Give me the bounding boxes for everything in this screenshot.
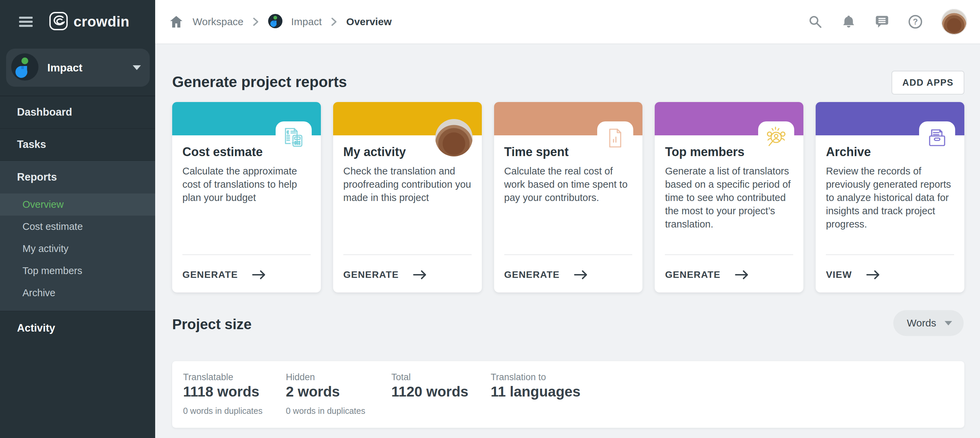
card-cost-estimate: Cost estimate Calculate the approximate … [172,102,321,292]
card-title: My activity [343,145,406,159]
sidebar-item-activity[interactable]: Activity [0,311,155,345]
chevron-down-icon [945,321,952,325]
topbar-actions: ? [808,0,967,43]
breadcrumb-current-page: Overview [347,16,392,27]
card-my-activity: My activity Check the translation and pr… [333,102,482,292]
card-top-members: Top members Generate a list of translato… [655,102,803,292]
chevron-right-icon [253,16,259,27]
card-divider [182,254,311,255]
arrow-right-icon [573,270,589,280]
members-magnifier-icon [764,126,788,150]
sidebar-subitem-cost-estimate[interactable]: Cost estimate [0,216,155,238]
project-size-heading: Project size [172,316,251,333]
breadcrumb-workspace[interactable]: Workspace [192,16,243,27]
project-logo-icon [11,53,38,82]
search-icon[interactable] [808,14,823,29]
page-title: Generate project reports [172,73,347,90]
brand-wordmark[interactable]: crowdin [73,14,130,30]
arrow-right-icon [734,270,750,280]
breadcrumb-project-logo [268,14,282,30]
invoice-calculator-icon [282,126,306,150]
user-avatar[interactable] [941,9,967,35]
card-description: Generate a list of translators based on … [665,165,794,231]
svg-text:?: ? [913,17,918,26]
card-description: Calculate the approximate cost of transl… [182,165,311,205]
hamburger-menu-icon[interactable] [19,17,33,27]
project-size-panel: Translatable 1118 words 0 words in dupli… [172,361,964,428]
card-description: Review the records of previously generat… [826,165,955,231]
sidebar-item-tasks[interactable]: Tasks [0,129,155,161]
breadcrumb-project[interactable]: Impact [291,16,322,27]
sidebar-subitem-top-members[interactable]: Top members [0,260,155,282]
user-photo-avatar [435,119,473,156]
topbar: Workspace Impact Overview [155,0,980,44]
generate-cost-estimate-link[interactable]: GENERATE [182,267,267,282]
project-selector[interactable]: Impact [6,49,150,87]
card-description: Calculate the real cost of work based on… [504,165,633,205]
card-divider [343,254,472,255]
sidebar-subitem-my-activity[interactable]: My activity [0,238,155,260]
card-title: Archive [826,145,871,159]
card-divider [826,254,954,255]
card-divider [665,254,793,255]
sidebar-item-reports[interactable]: Reports [0,161,155,194]
card-title: Cost estimate [182,145,263,159]
arrow-right-icon [865,270,881,280]
card-archive: Archive Review the records of previously… [816,102,964,292]
generate-top-members-link[interactable]: GENERATE [665,267,749,282]
sidebar-subitem-overview[interactable]: Overview [0,194,155,216]
generate-my-activity-link[interactable]: GENERATE [343,267,428,282]
card-divider [504,254,633,255]
generate-time-spent-link[interactable]: GENERATE [504,267,589,282]
time-report-document-icon [603,126,627,150]
help-icon[interactable]: ? [908,14,923,29]
add-apps-button[interactable]: ADD APPS [891,71,964,95]
arrow-right-icon [251,270,267,280]
card-description: Check the translation and proofreading c… [343,165,472,205]
sidebar-subitem-archive[interactable]: Archive [0,282,155,304]
sidebar-section-reports: Reports Overview Cost estimate My activi… [0,161,155,311]
card-title: Time spent [504,145,569,159]
sidebar: crowdin Impact Dashboard Tasks [0,0,155,438]
brand-row: crowdin [0,0,155,43]
chevron-right-icon [331,16,337,27]
view-archive-link[interactable]: VIEW [826,267,881,282]
unit-selector-value: Words [907,317,945,329]
report-cards: Cost estimate Calculate the approximate … [172,102,964,292]
unit-selector-dropdown[interactable]: Words [893,310,964,336]
project-selector-name: Impact [47,62,133,74]
home-icon[interactable] [169,14,184,29]
chevron-down-icon [133,65,141,70]
arrow-right-icon [412,270,428,280]
card-title: Top members [665,145,744,159]
sidebar-item-dashboard[interactable]: Dashboard [0,96,155,129]
card-time-spent: Time spent Calculate the real cost of wo… [494,102,643,292]
breadcrumb: Workspace Impact Overview [169,0,392,43]
sidebar-nav: Dashboard Tasks Reports Overview Cost es… [0,96,155,345]
bell-icon[interactable] [841,14,856,29]
archive-box-icon [925,126,950,150]
chat-icon[interactable] [875,14,889,29]
crowdin-logo-icon [49,11,68,32]
crowdin-app: Workspace Impact Overview [0,0,980,438]
